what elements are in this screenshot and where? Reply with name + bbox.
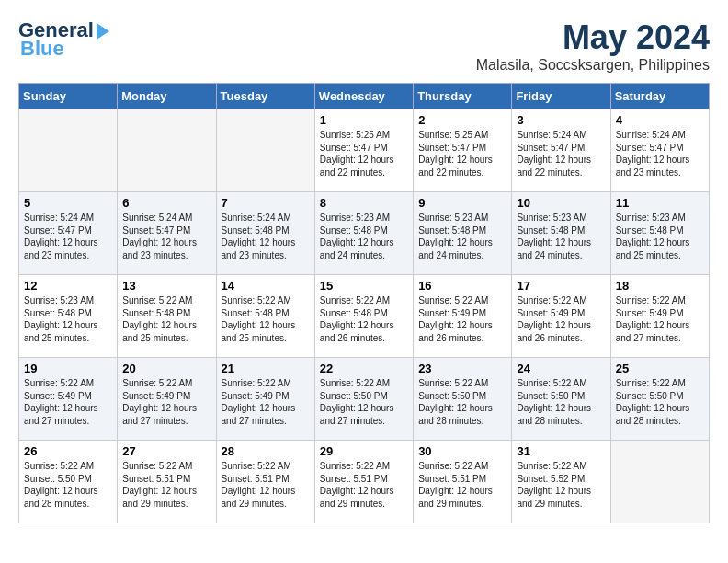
- day-info: Sunrise: 5:23 AM Sunset: 5:48 PM Dayligh…: [320, 212, 408, 261]
- day-number: 6: [122, 196, 210, 210]
- day-info: Sunrise: 5:23 AM Sunset: 5:48 PM Dayligh…: [418, 212, 506, 261]
- day-number: 31: [517, 444, 605, 458]
- day-number: 12: [24, 279, 112, 293]
- day-info: Sunrise: 5:22 AM Sunset: 5:48 PM Dayligh…: [320, 294, 408, 344]
- day-info: Sunrise: 5:22 AM Sunset: 5:49 PM Dayligh…: [616, 294, 704, 344]
- calendar-week-row: 26Sunrise: 5:22 AM Sunset: 5:50 PM Dayli…: [19, 441, 710, 523]
- calendar-cell: [610, 441, 709, 523]
- calendar-cell: 19Sunrise: 5:22 AM Sunset: 5:49 PM Dayli…: [19, 358, 118, 441]
- day-number: 20: [122, 362, 210, 375]
- day-info: Sunrise: 5:22 AM Sunset: 5:49 PM Dayligh…: [222, 377, 310, 427]
- weekday-header-wednesday: Wednesday: [314, 84, 413, 109]
- location-subtitle: Malasila, Soccsksargen, Philippines: [476, 57, 710, 74]
- day-number: 22: [320, 362, 408, 375]
- calendar-cell: 1Sunrise: 5:25 AM Sunset: 5:47 PM Daylig…: [314, 109, 413, 192]
- calendar-cell: 24Sunrise: 5:22 AM Sunset: 5:50 PM Dayli…: [512, 358, 610, 441]
- day-info: Sunrise: 5:22 AM Sunset: 5:51 PM Dayligh…: [222, 460, 310, 510]
- day-number: 10: [517, 196, 605, 210]
- calendar-cell: 20Sunrise: 5:22 AM Sunset: 5:49 PM Dayli…: [118, 358, 216, 441]
- day-number: 28: [222, 444, 310, 458]
- day-info: Sunrise: 5:22 AM Sunset: 5:52 PM Dayligh…: [517, 460, 605, 510]
- day-info: Sunrise: 5:22 AM Sunset: 5:50 PM Dayligh…: [517, 377, 605, 427]
- day-info: Sunrise: 5:23 AM Sunset: 5:48 PM Dayligh…: [24, 294, 112, 344]
- calendar-cell: 28Sunrise: 5:22 AM Sunset: 5:51 PM Dayli…: [216, 441, 314, 523]
- calendar-cell: 17Sunrise: 5:22 AM Sunset: 5:49 PM Dayli…: [512, 275, 610, 358]
- day-number: 1: [320, 113, 408, 127]
- day-info: Sunrise: 5:22 AM Sunset: 5:49 PM Dayligh…: [418, 294, 506, 344]
- day-info: Sunrise: 5:22 AM Sunset: 5:50 PM Dayligh…: [616, 377, 704, 427]
- day-number: 18: [616, 279, 704, 293]
- calendar-cell: 21Sunrise: 5:22 AM Sunset: 5:49 PM Dayli…: [216, 358, 314, 441]
- calendar-cell: 26Sunrise: 5:22 AM Sunset: 5:50 PM Dayli…: [19, 441, 118, 523]
- day-number: 30: [418, 444, 506, 458]
- weekday-header-friday: Friday: [512, 84, 610, 109]
- day-info: Sunrise: 5:24 AM Sunset: 5:47 PM Dayligh…: [122, 212, 210, 261]
- calendar-cell: 25Sunrise: 5:22 AM Sunset: 5:50 PM Dayli…: [610, 358, 709, 441]
- weekday-header-thursday: Thursday: [414, 84, 512, 109]
- calendar-cell: 16Sunrise: 5:22 AM Sunset: 5:49 PM Dayli…: [414, 275, 512, 358]
- day-info: Sunrise: 5:23 AM Sunset: 5:48 PM Dayligh…: [517, 212, 605, 261]
- calendar-week-row: 5Sunrise: 5:24 AM Sunset: 5:47 PM Daylig…: [19, 192, 710, 275]
- day-info: Sunrise: 5:24 AM Sunset: 5:48 PM Dayligh…: [222, 212, 310, 261]
- calendar-cell: 9Sunrise: 5:23 AM Sunset: 5:48 PM Daylig…: [414, 192, 512, 275]
- calendar-table: SundayMondayTuesdayWednesdayThursdayFrid…: [18, 83, 710, 523]
- calendar-cell: 11Sunrise: 5:23 AM Sunset: 5:48 PM Dayli…: [610, 192, 709, 275]
- day-number: 2: [418, 113, 506, 127]
- weekday-header-monday: Monday: [118, 84, 216, 109]
- day-info: Sunrise: 5:22 AM Sunset: 5:48 PM Dayligh…: [122, 294, 210, 344]
- day-info: Sunrise: 5:22 AM Sunset: 5:49 PM Dayligh…: [24, 377, 112, 427]
- calendar-cell: 3Sunrise: 5:24 AM Sunset: 5:47 PM Daylig…: [512, 109, 610, 192]
- day-number: 21: [222, 362, 310, 375]
- logo: General Blue: [18, 18, 101, 61]
- day-number: 24: [517, 362, 605, 375]
- calendar-cell: 27Sunrise: 5:22 AM Sunset: 5:51 PM Dayli…: [118, 441, 216, 523]
- calendar-cell: 10Sunrise: 5:23 AM Sunset: 5:48 PM Dayli…: [512, 192, 610, 275]
- day-info: Sunrise: 5:22 AM Sunset: 5:49 PM Dayligh…: [122, 377, 210, 427]
- day-number: 15: [320, 279, 408, 293]
- logo-arrow-icon: [97, 23, 109, 40]
- day-number: 29: [320, 444, 408, 458]
- calendar-cell: 22Sunrise: 5:22 AM Sunset: 5:50 PM Dayli…: [314, 358, 413, 441]
- weekday-header-saturday: Saturday: [610, 84, 709, 109]
- calendar-cell: 12Sunrise: 5:23 AM Sunset: 5:48 PM Dayli…: [19, 275, 118, 358]
- weekday-header-sunday: Sunday: [19, 84, 118, 109]
- calendar-cell: 13Sunrise: 5:22 AM Sunset: 5:48 PM Dayli…: [118, 275, 216, 358]
- weekday-header-tuesday: Tuesday: [216, 84, 314, 109]
- calendar-cell: 29Sunrise: 5:22 AM Sunset: 5:51 PM Dayli…: [314, 441, 413, 523]
- calendar-week-row: 12Sunrise: 5:23 AM Sunset: 5:48 PM Dayli…: [19, 275, 710, 358]
- day-number: 7: [222, 196, 310, 210]
- calendar-cell: 4Sunrise: 5:24 AM Sunset: 5:47 PM Daylig…: [610, 109, 709, 192]
- calendar-cell: [19, 109, 118, 192]
- calendar-cell: 5Sunrise: 5:24 AM Sunset: 5:47 PM Daylig…: [19, 192, 118, 275]
- day-number: 23: [418, 362, 506, 375]
- calendar-week-row: 1Sunrise: 5:25 AM Sunset: 5:47 PM Daylig…: [19, 109, 710, 192]
- day-info: Sunrise: 5:22 AM Sunset: 5:48 PM Dayligh…: [222, 294, 310, 344]
- calendar-cell: 23Sunrise: 5:22 AM Sunset: 5:50 PM Dayli…: [414, 358, 512, 441]
- day-number: 4: [616, 113, 704, 127]
- day-number: 9: [418, 196, 506, 210]
- page-header: General Blue May 2024 Malasila, Soccsksa…: [18, 18, 710, 74]
- day-number: 19: [24, 362, 112, 375]
- day-info: Sunrise: 5:22 AM Sunset: 5:50 PM Dayligh…: [24, 460, 112, 510]
- day-number: 27: [122, 444, 210, 458]
- day-info: Sunrise: 5:22 AM Sunset: 5:51 PM Dayligh…: [320, 460, 408, 510]
- day-number: 14: [222, 279, 310, 293]
- calendar-cell: 15Sunrise: 5:22 AM Sunset: 5:48 PM Dayli…: [314, 275, 413, 358]
- calendar-cell: 2Sunrise: 5:25 AM Sunset: 5:47 PM Daylig…: [414, 109, 512, 192]
- day-number: 17: [517, 279, 605, 293]
- day-info: Sunrise: 5:22 AM Sunset: 5:50 PM Dayligh…: [418, 377, 506, 427]
- day-number: 13: [122, 279, 210, 293]
- day-number: 8: [320, 196, 408, 210]
- calendar-cell: 8Sunrise: 5:23 AM Sunset: 5:48 PM Daylig…: [314, 192, 413, 275]
- calendar-cell: 6Sunrise: 5:24 AM Sunset: 5:47 PM Daylig…: [118, 192, 216, 275]
- calendar-week-row: 19Sunrise: 5:22 AM Sunset: 5:49 PM Dayli…: [19, 358, 710, 441]
- day-info: Sunrise: 5:22 AM Sunset: 5:50 PM Dayligh…: [320, 377, 408, 427]
- calendar-cell: 14Sunrise: 5:22 AM Sunset: 5:48 PM Dayli…: [216, 275, 314, 358]
- day-info: Sunrise: 5:24 AM Sunset: 5:47 PM Dayligh…: [517, 129, 605, 178]
- calendar-header-row: SundayMondayTuesdayWednesdayThursdayFrid…: [19, 84, 710, 109]
- day-info: Sunrise: 5:23 AM Sunset: 5:48 PM Dayligh…: [616, 212, 704, 261]
- day-info: Sunrise: 5:25 AM Sunset: 5:47 PM Dayligh…: [418, 129, 506, 178]
- calendar-cell: [118, 109, 216, 192]
- day-number: 3: [517, 113, 605, 127]
- day-number: 16: [418, 279, 506, 293]
